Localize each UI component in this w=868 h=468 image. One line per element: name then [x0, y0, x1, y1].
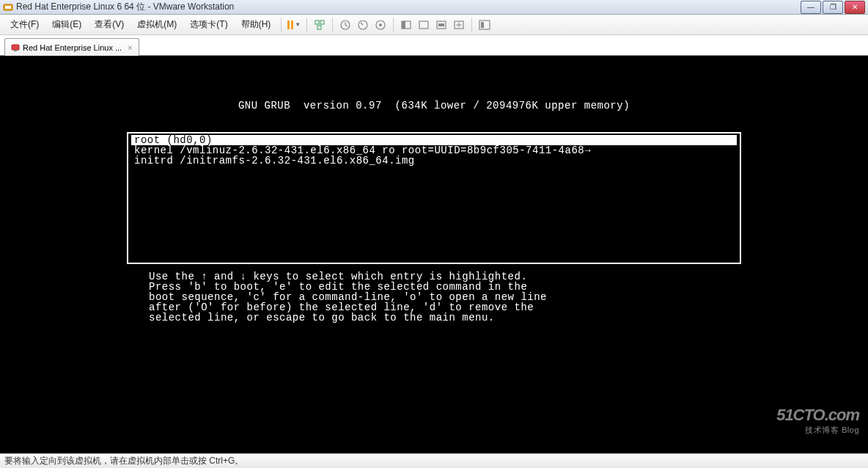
close-button[interactable]: ✕ [845, 1, 865, 14]
svg-rect-10 [402, 21, 405, 29]
svg-rect-13 [438, 23, 444, 26]
status-text: 要将输入定向到该虚拟机，请在虚拟机内部单击或按 Ctrl+G。 [4, 455, 243, 467]
revert-snapshot-button[interactable] [355, 17, 371, 33]
watermark-line2: 技术博客 Blog [776, 425, 859, 436]
menu-tabs[interactable]: 选项卡(T) [184, 16, 233, 33]
send-ctrl-alt-del-button[interactable] [312, 17, 328, 33]
vm-icon [11, 43, 20, 52]
snapshot-manager-button[interactable] [372, 17, 389, 33]
window-titlebar: Red Hat Enterprise Linux 6 64 位 - VMware… [0, 0, 868, 15]
svg-rect-16 [481, 22, 484, 28]
vm-tab[interactable]: Red Hat Enterprise Linux ... × [4, 38, 139, 56]
window-title: Red Hat Enterprise Linux 6 64 位 - VMware… [16, 1, 799, 13]
svg-rect-17 [12, 45, 19, 50]
pause-icon [287, 21, 293, 29]
menu-help[interactable]: 帮助(H) [235, 16, 277, 33]
library-button[interactable] [477, 17, 493, 33]
vm-console[interactable]: GNU GRUB version 0.97 (634K lower / 2094… [0, 56, 868, 453]
tab-label: Red Hat Enterprise Linux ... [23, 43, 122, 52]
tab-close-button[interactable]: × [128, 43, 132, 52]
menu-file[interactable]: 文件(F) [4, 16, 45, 33]
grub-menu-box: root (hd0,0) kernel /vmlinuz-2.6.32-431.… [127, 132, 741, 264]
statusbar: 要将输入定向到该虚拟机，请在虚拟机内部单击或按 Ctrl+G。 [0, 453, 868, 468]
svg-rect-4 [317, 26, 321, 29]
grub-entry[interactable]: kernel /vmlinuz-2.6.32-431.el6.x86_64 ro… [131, 145, 737, 156]
maximize-button[interactable]: ❐ [823, 1, 843, 14]
svg-rect-3 [320, 21, 324, 24]
unity-button[interactable] [416, 17, 432, 33]
svg-rect-11 [419, 21, 428, 29]
toolbar-separator [332, 18, 333, 32]
grub-entry-selected[interactable]: root (hd0,0) [131, 135, 737, 145]
fullscreen-button[interactable] [433, 17, 449, 33]
pause-vm-button[interactable]: ▼ [286, 17, 302, 33]
toolbar-separator [471, 18, 472, 32]
toolbar-separator [306, 18, 307, 32]
toolbar-separator [281, 18, 282, 32]
watermark: 51CTO.com 技术博客 Blog [776, 406, 859, 436]
menubar: 文件(F) 编辑(E) 查看(V) 虚拟机(M) 选项卡(T) 帮助(H) ▼ [0, 15, 868, 35]
toolbar-separator [393, 18, 394, 32]
watermark-line1: 51CTO.com [776, 406, 859, 425]
svg-rect-2 [315, 21, 319, 24]
show-console-button[interactable] [398, 17, 414, 33]
chevron-down-icon: ▼ [295, 21, 301, 28]
svg-rect-18 [14, 50, 17, 51]
app-icon [3, 2, 13, 12]
svg-rect-1 [5, 6, 11, 9]
grub-entry[interactable]: initrd /initramfs-2.6.32-431.el6.x86_64.… [131, 156, 737, 166]
minimize-button[interactable]: — [801, 1, 821, 14]
grub-header: GNU GRUB version 0.97 (634K lower / 2094… [127, 100, 741, 111]
stretch-button[interactable] [451, 17, 467, 33]
tabstrip: Red Hat Enterprise Linux ... × [0, 35, 868, 56]
menu-edit[interactable]: 编辑(E) [46, 16, 87, 33]
menu-view[interactable]: 查看(V) [89, 16, 130, 33]
snapshot-button[interactable] [337, 17, 353, 33]
svg-point-8 [379, 23, 382, 26]
grub-help-text: Use the ↑ and ↓ keys to select which ent… [127, 271, 741, 323]
menu-vm[interactable]: 虚拟机(M) [131, 16, 183, 33]
